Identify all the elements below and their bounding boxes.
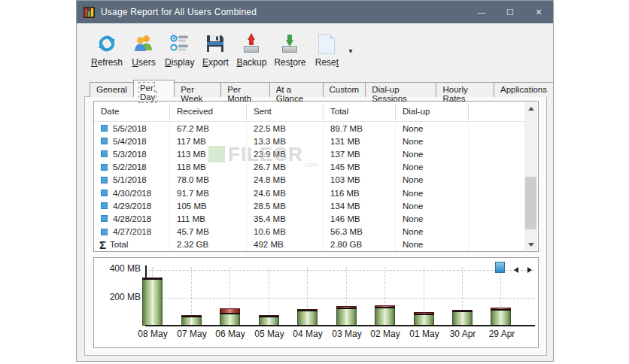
y-tick-400: 400 MB: [102, 263, 141, 274]
column-header-total[interactable]: Total: [324, 104, 396, 120]
title-bar[interactable]: Usage Report for All Users Combined — ☐ …: [77, 1, 553, 23]
tab-dialup-sessions[interactable]: Dial-up Sessions: [365, 82, 436, 97]
refresh-label: Refresh: [91, 57, 123, 68]
export-label: Export: [202, 57, 229, 68]
tab-per-day[interactable]: Per Day: [133, 80, 175, 97]
refresh-button[interactable]: Refresh: [87, 32, 126, 68]
table-scrollbar[interactable]: [524, 102, 537, 250]
window-title: Usage Report for All Users Combined: [101, 7, 257, 17]
sigma-icon: Σ: [99, 238, 106, 251]
chart-bar[interactable]: [336, 267, 357, 326]
x-tick: 29 Apr: [479, 329, 524, 339]
day-icon: [101, 150, 108, 157]
x-tick: 02 May: [363, 329, 408, 339]
refresh-icon: [96, 32, 118, 56]
table-total-row[interactable]: ΣTotal 2.32 GB 492 MB 2.80 GB None: [94, 238, 538, 251]
x-tick: 08 May: [130, 329, 175, 339]
table-row[interactable]: 4/27/2018 45.7 MB 10.6 MB 56.3 MB None: [94, 226, 538, 238]
day-icon: [101, 138, 108, 144]
reset-button[interactable]: Reset: [309, 32, 344, 68]
restore-label: Restore: [274, 57, 305, 68]
chart-bar[interactable]: [414, 267, 434, 326]
table-row[interactable]: 4/29/2018 105 MB 28.5 MB 134 MB None: [94, 199, 538, 212]
chart-scroll-right-arrow[interactable]: [527, 267, 532, 273]
users-button[interactable]: Users: [126, 32, 161, 68]
day-icon: [101, 229, 108, 235]
chart-bar[interactable]: [220, 267, 240, 326]
usage-table: Date Received Sent Total Dial-up 5/5/201…: [93, 101, 539, 252]
day-icon: [101, 215, 108, 222]
x-axis: [145, 325, 535, 326]
users-icon: [132, 32, 155, 56]
tab-per-month[interactable]: Per Month: [220, 82, 270, 97]
column-header-received[interactable]: Received: [170, 104, 247, 120]
day-icon: [101, 190, 108, 196]
display-icon: [169, 32, 191, 56]
restore-button[interactable]: Restore: [270, 32, 309, 68]
tab-at-a-glance[interactable]: At a Glance: [269, 82, 324, 97]
reset-label: Reset: [315, 57, 339, 68]
chart-bar[interactable]: [142, 267, 163, 326]
column-header-dialup[interactable]: Dial-up: [396, 104, 469, 120]
app-window: Usage Report for All Users Combined — ☐ …: [76, 0, 554, 362]
app-icon: [84, 7, 95, 18]
day-icon: [101, 164, 108, 171]
chart-bar[interactable]: [491, 267, 511, 326]
chart-bar[interactable]: [297, 267, 318, 326]
scrollbar-thumb[interactable]: [525, 177, 536, 229]
table-row[interactable]: 5/4/2018 117 MB 13.3 MB 131 MB None: [94, 135, 538, 147]
reset-icon: [318, 32, 335, 56]
tab-strip: General Per Day Per Week Per Month At a …: [77, 80, 553, 97]
restore-icon: [280, 32, 299, 56]
day-icon: [101, 177, 108, 184]
table-row[interactable]: 5/1/2018 78.0 MB 24.8 MB 103 MB None: [94, 174, 538, 187]
chart-scroll-left-arrow[interactable]: [514, 267, 518, 273]
tab-general[interactable]: General: [90, 82, 134, 97]
chart-scroll-thumb[interactable]: [495, 262, 505, 273]
table-header: Date Received Sent Total Dial-up: [94, 102, 538, 122]
column-header-sent[interactable]: Sent: [247, 104, 324, 120]
x-tick: 04 May: [285, 329, 330, 339]
x-tick: 30 Apr: [440, 329, 485, 339]
per-day-tab-page: Date Received Sent Total Dial-up 5/5/201…: [84, 96, 547, 356]
backup-label: Backup: [236, 57, 266, 68]
toolbar: Refresh Users: [77, 23, 553, 80]
close-button[interactable]: ✕: [524, 1, 553, 23]
day-icon: [101, 125, 108, 132]
export-button[interactable]: Export: [198, 32, 232, 68]
table-row[interactable]: 5/2/2018 118 MB 26.7 MB 145 MB None: [94, 161, 538, 174]
scroll-down-arrow[interactable]: [524, 238, 537, 250]
tab-per-week[interactable]: Per Week: [174, 82, 221, 97]
table-row[interactable]: 4/30/2018 91.7 MB 24.6 MB 116 MB None: [94, 187, 538, 199]
day-icon: [101, 202, 108, 209]
minimize-button[interactable]: —: [467, 1, 496, 23]
users-label: Users: [132, 57, 155, 68]
table-row[interactable]: 5/5/2018 67.2 MB 22.5 MB 89.7 MB None: [94, 122, 538, 135]
tab-hourly-rates[interactable]: Hourly Rates: [436, 82, 494, 97]
scroll-up-arrow[interactable]: [524, 102, 537, 114]
backup-button[interactable]: Backup: [232, 32, 270, 68]
tab-custom[interactable]: Custom: [323, 82, 366, 97]
maximize-button[interactable]: ☐: [496, 1, 524, 23]
display-label: Display: [165, 57, 194, 68]
window-controls: — ☐ ✕: [467, 1, 553, 23]
column-header-date[interactable]: Date: [94, 104, 170, 120]
usage-chart: 400 MB 200 MB 08 May 07 May 06 May 05 Ma…: [93, 257, 539, 348]
table-row[interactable]: 4/28/2018 111 MB 35.4 MB 146 MB None: [94, 212, 538, 225]
chart-bar[interactable]: [181, 267, 202, 326]
table-row[interactable]: 5/3/2018 113 MB 23.9 MB 137 MB None: [94, 147, 538, 160]
display-button[interactable]: Display: [161, 32, 198, 68]
chart-bar[interactable]: [452, 267, 473, 326]
backup-icon: [242, 32, 261, 56]
y-tick-200: 200 MB: [102, 292, 141, 302]
chart-bar[interactable]: [375, 267, 395, 326]
tab-applications[interactable]: Applications: [494, 82, 554, 97]
chart-bar[interactable]: [259, 267, 279, 326]
export-icon: [204, 32, 226, 56]
x-tick: 06 May: [208, 329, 253, 339]
reset-dropdown-arrow[interactable]: ▾: [348, 47, 352, 55]
